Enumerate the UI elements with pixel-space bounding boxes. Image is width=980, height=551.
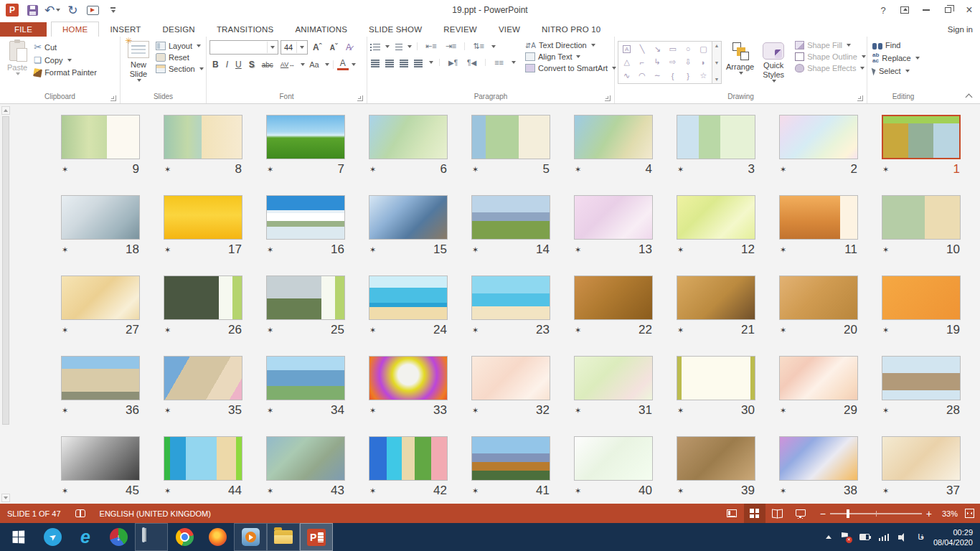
numbering-button[interactable] bbox=[392, 42, 403, 51]
transition-star-icon[interactable]: ✶ bbox=[575, 486, 581, 496]
taskbar-idm[interactable]: ↓ bbox=[102, 523, 135, 551]
shape-glyph-3[interactable]: ▭ bbox=[669, 44, 676, 54]
ltr-direction-button[interactable]: ▶¶ bbox=[446, 58, 461, 67]
bold-button[interactable]: B bbox=[209, 59, 222, 70]
transition-star-icon[interactable]: ✶ bbox=[575, 326, 581, 335]
shape-glyph-1[interactable]: ╲ bbox=[640, 44, 645, 54]
transition-star-icon[interactable]: ✶ bbox=[677, 245, 684, 255]
slide-thumbnail-44[interactable] bbox=[164, 436, 242, 481]
transition-star-icon[interactable]: ✶ bbox=[369, 245, 376, 255]
transition-star-icon[interactable]: ✶ bbox=[369, 165, 376, 174]
transition-star-icon[interactable]: ✶ bbox=[882, 326, 889, 335]
slide-thumbnail-13[interactable] bbox=[574, 195, 653, 240]
arrange-button[interactable]: Arrange bbox=[722, 39, 758, 77]
transition-star-icon[interactable]: ✶ bbox=[62, 326, 68, 335]
reading-view-button[interactable] bbox=[767, 504, 788, 523]
undo-button[interactable]: ↶ bbox=[44, 2, 60, 18]
normal-view-button[interactable] bbox=[721, 504, 743, 523]
transition-star-icon[interactable]: ✶ bbox=[882, 245, 889, 255]
align-right-button[interactable] bbox=[399, 58, 410, 67]
transition-star-icon[interactable]: ✶ bbox=[472, 486, 479, 496]
zoom-percentage[interactable]: 33% bbox=[933, 509, 958, 518]
zoom-slider[interactable] bbox=[830, 513, 922, 514]
character-spacing-button[interactable]: AV↔ bbox=[278, 60, 298, 69]
transition-star-icon[interactable]: ✶ bbox=[780, 165, 786, 174]
slide-thumbnail-41[interactable] bbox=[471, 436, 550, 481]
slide-thumbnail-4[interactable] bbox=[574, 115, 653, 159]
shapes-gallery-scrollbar[interactable]: ▲▼▼ bbox=[712, 41, 722, 84]
slide-thumbnail-1[interactable] bbox=[882, 115, 961, 159]
taskbar-file-explorer[interactable] bbox=[267, 523, 300, 551]
text-direction-button[interactable]: ⇵AText Direction bbox=[523, 39, 618, 51]
shape-glyph-9[interactable]: ⇨ bbox=[669, 57, 676, 67]
transition-star-icon[interactable]: ✶ bbox=[62, 406, 68, 415]
shape-glyph-10[interactable]: ⇩ bbox=[684, 57, 691, 67]
shapes-gallery[interactable]: A╲↘▭○▢△⌐↳⇨⇩◗∿◠∼{}☆ bbox=[618, 41, 712, 84]
scrollbar-thumb[interactable] bbox=[2, 116, 9, 425]
slide-thumbnail-30[interactable] bbox=[677, 356, 755, 400]
justify-button[interactable] bbox=[413, 58, 424, 67]
align-center-button[interactable] bbox=[385, 58, 395, 67]
transition-star-icon[interactable]: ✶ bbox=[677, 486, 684, 496]
increase-indent-button[interactable]: ⇥≡ bbox=[443, 41, 460, 52]
tab-slide-show[interactable]: SLIDE SHOW bbox=[358, 22, 433, 37]
clear-formatting-button[interactable]: A̷ bbox=[343, 42, 354, 53]
find-button[interactable]: Find bbox=[870, 39, 903, 51]
shape-glyph-13[interactable]: ◠ bbox=[639, 71, 646, 80]
shape-glyph-7[interactable]: ⌐ bbox=[640, 58, 644, 67]
slide-thumbnail-31[interactable] bbox=[574, 356, 653, 400]
tab-view[interactable]: VIEW bbox=[488, 22, 531, 37]
rtl-direction-button[interactable]: ¶◀ bbox=[464, 58, 479, 67]
slide-thumbnail-7[interactable] bbox=[266, 115, 345, 159]
transition-star-icon[interactable]: ✶ bbox=[780, 326, 786, 335]
format-painter-button[interactable]: Format Painter bbox=[32, 67, 99, 78]
slide-thumbnail-32[interactable] bbox=[471, 356, 550, 400]
transition-star-icon[interactable]: ✶ bbox=[677, 406, 684, 415]
transition-star-icon[interactable]: ✶ bbox=[62, 486, 68, 496]
paragraph-dialog-launcher[interactable] bbox=[605, 95, 611, 101]
hidden-icons-button[interactable] bbox=[826, 535, 831, 539]
transition-star-icon[interactable]: ✶ bbox=[575, 165, 581, 174]
save-button[interactable] bbox=[24, 2, 40, 18]
transition-star-icon[interactable]: ✶ bbox=[677, 165, 684, 174]
transition-star-icon[interactable]: ✶ bbox=[472, 165, 479, 174]
slide-thumbnail-29[interactable] bbox=[779, 356, 858, 400]
vertical-scrollbar[interactable] bbox=[1, 106, 10, 502]
slide-thumbnail-18[interactable] bbox=[61, 195, 140, 240]
align-text-button[interactable]: Align Text bbox=[523, 51, 618, 62]
transition-star-icon[interactable]: ✶ bbox=[472, 326, 479, 335]
restore-button[interactable] bbox=[937, 0, 958, 20]
transition-star-icon[interactable]: ✶ bbox=[780, 245, 786, 255]
transition-star-icon[interactable]: ✶ bbox=[575, 245, 581, 255]
taskbar-telegram[interactable]: ➤ bbox=[36, 523, 69, 551]
transition-star-icon[interactable]: ✶ bbox=[164, 326, 171, 335]
new-slide-button[interactable]: New Slide bbox=[123, 39, 154, 84]
shape-glyph-17[interactable]: ☆ bbox=[699, 71, 707, 80]
network-signal-icon[interactable] bbox=[879, 534, 890, 541]
start-button[interactable] bbox=[0, 523, 36, 551]
slide-thumbnail-24[interactable] bbox=[369, 276, 448, 320]
zoom-slider-thumb[interactable] bbox=[847, 509, 849, 518]
start-from-beginning-button[interactable] bbox=[85, 2, 100, 18]
slide-thumbnail-6[interactable] bbox=[369, 115, 448, 159]
transition-star-icon[interactable]: ✶ bbox=[882, 406, 889, 415]
undo-dropdown-caret[interactable] bbox=[56, 9, 60, 11]
bullets-button[interactable] bbox=[370, 42, 381, 51]
transition-star-icon[interactable]: ✶ bbox=[267, 486, 273, 496]
slide-show-button[interactable] bbox=[790, 504, 811, 523]
slide-thumbnail-23[interactable] bbox=[471, 276, 550, 320]
spell-check-icon[interactable] bbox=[75, 509, 85, 517]
slide-thumbnail-42[interactable] bbox=[369, 436, 448, 481]
customize-qat-button[interactable] bbox=[105, 2, 121, 18]
tab-insert[interactable]: INSERT bbox=[99, 22, 151, 37]
font-color-button[interactable]: A bbox=[337, 59, 349, 70]
taskbar-clock[interactable]: 00:29 08/04/2020 bbox=[933, 527, 973, 547]
transition-star-icon[interactable]: ✶ bbox=[472, 406, 479, 415]
tab-transitions[interactable]: TRANSITIONS bbox=[206, 22, 285, 37]
line-spacing-button[interactable]: ⇅≡ bbox=[470, 41, 487, 52]
slide-thumbnail-37[interactable] bbox=[882, 436, 961, 481]
volume-icon[interactable] bbox=[898, 533, 908, 542]
transition-star-icon[interactable]: ✶ bbox=[369, 406, 376, 415]
transition-star-icon[interactable]: ✶ bbox=[267, 165, 273, 174]
underline-button[interactable]: U bbox=[232, 59, 245, 70]
